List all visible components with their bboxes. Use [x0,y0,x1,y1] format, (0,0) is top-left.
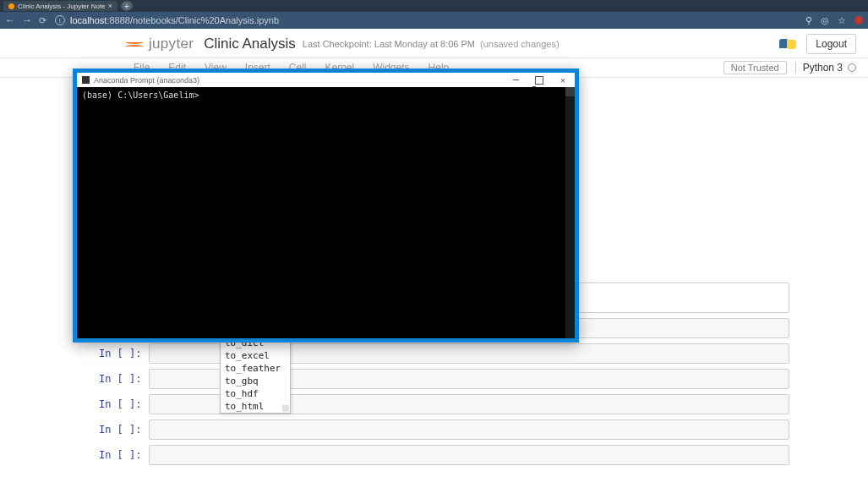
site-info-icon[interactable]: i [55,15,65,25]
anaconda-prompt-window[interactable]: Anaconda Prompt (anaconda3) × (base) C:\… [73,69,579,343]
back-icon[interactable]: ← [5,14,15,26]
autocomplete-item[interactable]: to_excel [221,349,290,362]
window-minimize-button[interactable] [504,73,527,87]
kernel-name-text: Python 3 [803,62,843,74]
forward-icon[interactable]: → [22,14,32,26]
autocomplete-item[interactable]: to_feather [221,362,290,375]
autocomplete-item[interactable]: to_gbq [221,375,290,387]
url-host: localhost [70,15,106,25]
jupyter-logo-text: jupyter [149,36,194,52]
code-cell[interactable]: In [ ]: [79,369,789,389]
nav-arrows: ← → ⟳ [5,14,46,26]
checkpoint-text: Last Checkpoint: Last Monday at 8:06 PM [303,39,475,49]
kernel-status-icon [848,63,856,72]
terminal-line: (base) C:\Users\Gaelim> [82,90,570,100]
tab-title: Clinic Analysis - Jupyter Noteboo [18,3,105,10]
terminal-body[interactable]: (base) C:\Users\Gaelim> [77,87,575,338]
python-icon [779,36,796,52]
window-close-button[interactable]: × [551,73,575,87]
jupyter-logo[interactable]: jupyter [125,36,194,52]
cell-prompt: In [ ]: [79,419,149,436]
extension-icon[interactable]: ◎ [821,15,829,26]
cell-prompt: In [ ]: [79,369,149,385]
trust-indicator[interactable]: Not Trusted [723,61,787,74]
kernel-indicator[interactable]: Python 3 [795,62,856,74]
scrollbar-up-icon[interactable] [565,87,575,96]
cell-input[interactable] [149,419,789,440]
zoom-icon[interactable]: ⚲ [805,15,812,26]
bookmark-icon[interactable]: ☆ [838,15,846,26]
cell-prompt: In [ ]: [79,445,149,461]
jupyter-logo-icon [125,40,144,49]
terminal-scrollbar[interactable] [565,87,575,338]
address-bar[interactable]: i localhost:8888/notebooks/Clinic%20Anal… [55,15,797,25]
new-tab-button[interactable]: + [121,1,133,11]
code-cell[interactable]: In [ ]: [79,419,789,440]
reload-icon[interactable]: ⟳ [39,15,46,26]
code-cell[interactable]: In [ ]: [79,394,789,414]
url-path: :8888/notebooks/Clinic%20Analysis.ipynb [106,15,279,25]
code-cell[interactable]: In [ ]: [79,445,789,465]
terminal-title: Anaconda Prompt (anaconda3) [94,76,504,85]
code-cell[interactable]: In [ ]: [79,343,789,364]
tab-close-icon[interactable]: × [108,2,112,10]
notebook-title[interactable]: Clinic Analysis [204,36,296,52]
cell-prompt: In [ ]: [79,343,149,359]
jupyter-favicon [8,3,14,9]
toolbar-right-icons: ⚲ ◎ ☆ [805,15,863,26]
browser-tab[interactable]: Clinic Analysis - Jupyter Noteboo × [3,1,117,11]
jupyter-header: jupyter Clinic Analysis Last Checkpoint:… [0,29,868,58]
autocomplete-item[interactable]: to_html [221,400,290,413]
profile-avatar-icon[interactable] [854,16,863,25]
cell-input[interactable] [149,445,789,465]
browser-tabstrip: Clinic Analysis - Jupyter Noteboo × + [0,0,868,12]
browser-toolbar: ← → ⟳ i localhost:8888/notebooks/Clinic%… [0,12,868,29]
mouse-cursor-icon: ↖ [531,83,540,96]
terminal-app-icon [82,76,90,84]
unsaved-indicator: (unsaved changes) [480,39,560,49]
autocomplete-popup[interactable]: to_dict to_excel to_feather to_gbq to_hd… [220,336,291,414]
autocomplete-item[interactable]: to_hdf [221,387,290,400]
logout-button[interactable]: Logout [806,34,856,54]
resize-handle-icon[interactable] [282,405,289,412]
url-text: localhost:8888/notebooks/Clinic%20Analys… [70,15,279,25]
terminal-titlebar[interactable]: Anaconda Prompt (anaconda3) × [77,73,575,87]
cell-prompt: In [ ]: [79,394,149,410]
